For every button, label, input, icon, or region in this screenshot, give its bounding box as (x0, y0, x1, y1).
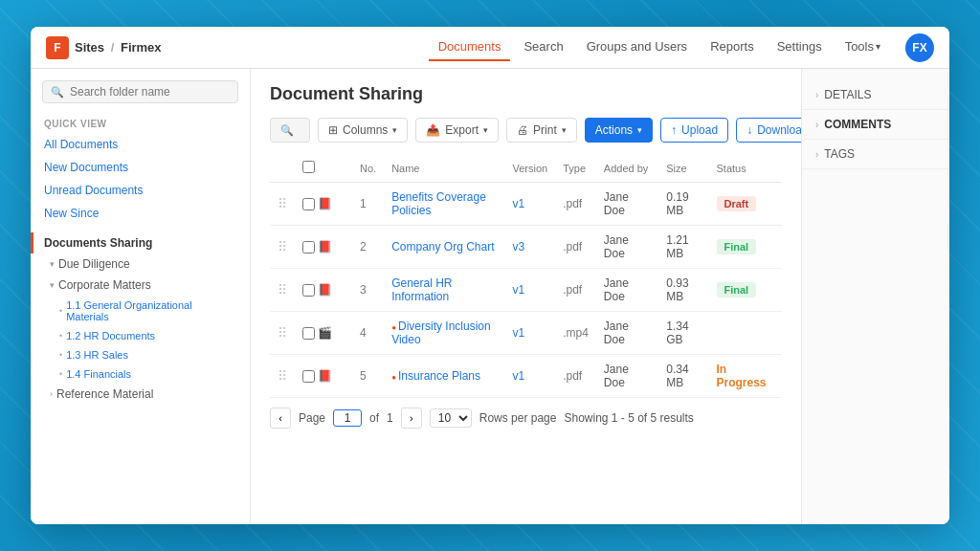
pdf-icon: 📕 (318, 283, 332, 297)
row-no: 4 (352, 312, 384, 355)
col-status: Status (709, 154, 783, 183)
sidebar-corporate-matters[interactable]: ▾ Corporate Matters (31, 275, 250, 296)
arrow-icon: ▾ (50, 259, 55, 269)
col-no: No. (352, 154, 384, 183)
sidebar-reference-material[interactable]: › Reference Material (31, 384, 250, 405)
arrow-icon: › (50, 389, 53, 399)
next-page-button[interactable]: › (401, 408, 422, 429)
row-version: v1 (504, 269, 555, 312)
drag-handle: ⠿ (270, 269, 295, 312)
page-input[interactable] (333, 409, 362, 427)
toolbar-search-box: 🔍 (270, 118, 310, 143)
chevron-right-icon: › (815, 149, 818, 160)
download-icon: ↓ (746, 123, 752, 137)
nav-brand: F Sites / Firmex (46, 36, 162, 59)
content-area: Document Sharing 🔍 ⊞ Columns ▾ 📤 Export (251, 69, 801, 524)
sidebar: 🔍 QUICK VIEW All Documents New Documents… (31, 69, 251, 524)
nav-search[interactable]: Search (514, 33, 572, 61)
documents-table: No. Name Version Type Added by Size Stat… (270, 154, 782, 398)
sidebar-item-new-documents[interactable]: New Documents (31, 156, 250, 179)
row-type: .mp4 (555, 312, 596, 355)
nav-settings[interactable]: Settings (768, 33, 832, 61)
sidebar-documents-sharing[interactable]: Documents Sharing (31, 232, 250, 253)
tags-label: TAGS (824, 147, 855, 161)
chevron-right-icon: › (815, 90, 818, 100)
status-badge: In Progress (717, 363, 767, 389)
version-badge: v1 (512, 369, 524, 383)
nav-avatar[interactable]: FX (905, 33, 934, 62)
dot-indicator: ● (391, 323, 396, 332)
content-main: Document Sharing 🔍 ⊞ Columns ▾ 📤 Export (251, 69, 801, 524)
row-status (709, 312, 783, 355)
col-added-by: Added by (596, 154, 658, 183)
doc-link[interactable]: Benefits Coverage Policies (391, 190, 486, 217)
row-name: ●Insurance Plans (384, 355, 504, 398)
per-page-select[interactable]: 10 25 50 (430, 408, 472, 428)
nav-tools[interactable]: Tools▾ (835, 33, 890, 61)
export-icon: 📤 (426, 123, 440, 137)
row-type: .pdf (555, 269, 596, 312)
main-window: F Sites / Firmex Documents Search Groups… (31, 27, 949, 524)
sidebar-item-11[interactable]: • 1.1 General Organizational Materials (31, 296, 250, 326)
download-button[interactable]: ↓ Download (736, 118, 801, 143)
right-panel-details[interactable]: › DETAILS (802, 80, 949, 110)
quick-view-label: QUICK VIEW (31, 115, 250, 133)
chevron-right-icon: › (815, 120, 818, 130)
doc-link[interactable]: Insurance Plans (398, 369, 480, 383)
row-checkbox[interactable] (302, 327, 315, 340)
version-badge: v1 (512, 197, 524, 210)
details-label: DETAILS (824, 88, 871, 101)
row-size: 0.93 MB (658, 269, 708, 312)
status-badge: Final (717, 239, 757, 254)
row-checkbox[interactable] (302, 198, 315, 210)
row-checkbox[interactable] (302, 284, 315, 297)
col-check (295, 154, 352, 183)
breadcrumb: Sites / Firmex (75, 40, 162, 55)
sidebar-item-unread[interactable]: Unread Documents (31, 179, 250, 202)
doc-link[interactable]: General HR Information (391, 276, 452, 303)
print-button[interactable]: 🖨 Print ▾ (506, 118, 577, 143)
print-icon: 🖨 (517, 123, 528, 137)
sidebar-item-14[interactable]: • 1.4 Financials (31, 364, 250, 384)
row-status: Final (709, 226, 783, 269)
nav-groups-users[interactable]: Groups and Users (577, 33, 698, 61)
row-status: In Progress (709, 355, 783, 398)
upload-button[interactable]: ↑ Upload (660, 118, 728, 143)
sidebar-item-new-since[interactable]: New Since (31, 202, 250, 225)
actions-button[interactable]: Actions ▾ (585, 118, 653, 143)
doc-link[interactable]: Company Org Chart (391, 240, 494, 253)
upload-icon: ↑ (671, 123, 677, 137)
sidebar-search: 🔍 (42, 80, 238, 103)
row-no: 5 (352, 355, 384, 398)
version-badge: v1 (512, 283, 524, 297)
row-name: Benefits Coverage Policies (384, 183, 504, 226)
columns-button[interactable]: ⊞ Columns ▾ (318, 118, 408, 143)
doc-link[interactable]: Diversity Inclusion Video (391, 320, 491, 346)
toolbar: 🔍 ⊞ Columns ▾ 📤 Export ▾ 🖨 (270, 118, 782, 143)
nav-documents[interactable]: Documents (429, 33, 511, 61)
sidebar-item-12[interactable]: • 1.2 HR Documents (31, 326, 250, 345)
row-type: .pdf (555, 226, 596, 269)
row-checkbox[interactable] (302, 370, 315, 383)
sidebar-item-all-documents[interactable]: All Documents (31, 133, 250, 156)
page-title: Document Sharing (270, 84, 782, 104)
row-name: Company Org Chart (384, 226, 504, 269)
row-added-by: Jane Doe (596, 226, 658, 269)
nav-reports[interactable]: Reports (701, 33, 764, 61)
sidebar-due-diligence[interactable]: ▾ Due Diligence (31, 253, 250, 275)
row-version: v1 (504, 355, 555, 398)
row-added-by: Jane Doe (596, 269, 658, 312)
sidebar-item-13[interactable]: • 1.3 HR Sales (31, 345, 250, 364)
right-panel-tags[interactable]: › TAGS (802, 140, 949, 169)
row-checkbox[interactable] (302, 241, 315, 253)
export-button[interactable]: 📤 Export ▾ (415, 118, 499, 143)
arrow-icon: ▾ (50, 280, 55, 290)
row-size: 0.34 MB (658, 355, 708, 398)
table-row: ⠿ 📕 1 Benefits Coverage Policies v1 .pdf… (270, 183, 782, 226)
right-panel-comments[interactable]: › COMMENTS (802, 110, 949, 140)
prev-page-button[interactable]: ‹ (270, 408, 291, 429)
col-size: Size (658, 154, 708, 183)
select-all-checkbox[interactable] (302, 161, 315, 173)
status-badge: Final (717, 282, 757, 298)
sidebar-search-input[interactable] (70, 85, 230, 99)
